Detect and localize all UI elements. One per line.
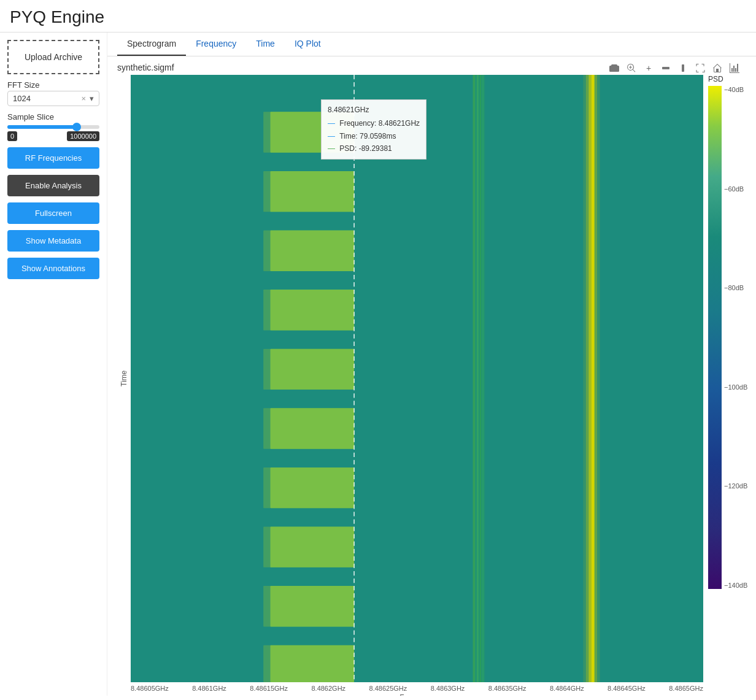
zoom-x-icon[interactable] [659,61,673,75]
app-title: PYQ Engine [10,7,104,26]
expand-icon[interactable] [693,61,707,75]
colorbar-tick-100: −100dB [724,383,747,391]
show-annotations-button[interactable]: Show Annotations [7,258,99,279]
chart-with-colorbar: 0s 500ms 1s 1.5s 2s 8.48621GHz — Frequen… [131,75,746,682]
tabs-bar: Spectrogram Frequency Time IQ Plot [107,33,756,56]
fft-select-value: 1024 [13,94,81,103]
tab-frequency[interactable]: Frequency [186,33,246,56]
colorbar-tick-60: −60dB [724,185,747,193]
svg-rect-23 [263,645,354,682]
chart-inner: 0s 500ms 1s 1.5s 2s 8.48621GHz — Frequen… [131,75,703,682]
chart-toolbar: + [608,61,741,75]
svg-rect-19 [263,408,354,448]
svg-rect-20 [263,467,354,508]
fullscreen-button[interactable]: Fullscreen [7,202,99,224]
x-tick-9: 8.4865GHz [669,685,703,692]
x-axis-label: Frequency [131,693,703,696]
colorbar-label: PSD [708,75,723,83]
tab-time[interactable]: Time [246,33,285,56]
x-tick-5: 8.4863GHz [431,685,465,692]
x-tick-3: 8.4862GHz [311,685,345,692]
show-metadata-button[interactable]: Show Metadata [7,230,99,252]
svg-rect-22 [263,586,354,626]
colorbar-tick-40: −40dB [724,86,747,93]
svg-rect-31 [583,75,600,682]
svg-rect-14 [263,112,354,152]
svg-rect-18 [263,349,354,390]
spectrogram-container: Time [117,75,746,682]
fft-dropdown-icon[interactable]: ▾ [90,94,94,103]
tab-iq-plot[interactable]: IQ Plot [285,33,331,56]
rf-frequencies-button[interactable]: RF Frequencies [7,147,99,169]
slider-fill [7,125,77,129]
svg-rect-16 [263,231,354,271]
app-header: PYQ Engine [0,0,756,33]
fft-size-section: FFT Size 1024 × ▾ [7,80,99,106]
colorbar-tick-80: −80dB [724,284,747,291]
colorbar-tick-120: −120dB [724,482,747,490]
x-tick-1: 8.4861GHz [192,685,226,692]
colorbar-tick-140: −140dB [724,582,747,589]
sample-slice-slider[interactable] [7,125,99,129]
x-tick-6: 8.48635GHz [488,685,526,692]
zoom-y-icon[interactable] [676,61,690,75]
main-panel: Spectrogram Frequency Time IQ Plot + [107,33,756,696]
slider-thumb[interactable] [72,123,81,131]
enable-analysis-button[interactable]: Enable Analysis [7,175,99,196]
upload-archive-button[interactable]: Upload Archive [7,40,99,74]
fft-size-label: FFT Size [7,80,99,90]
zoom-in-icon[interactable] [625,61,638,75]
svg-rect-17 [263,290,354,330]
svg-rect-21 [263,526,354,567]
svg-rect-32 [474,75,485,682]
x-tick-2: 8.48615GHz [250,685,288,692]
slice-min-value: 0 [7,131,17,141]
svg-rect-15 [263,171,354,212]
x-tick-0: 8.48605GHz [131,685,169,692]
sidebar: Upload Archive FFT Size 1024 × ▾ Sample … [0,33,107,696]
x-tick-7: 8.4864GHz [550,685,584,692]
chart-area: + synthetic.sigmf [107,56,756,696]
svg-rect-0 [662,67,669,69]
home-icon[interactable] [711,61,724,75]
slice-values: 0 1000000 [7,131,99,141]
x-tick-8: 8.48645GHz [608,685,646,692]
colorbar-area: PSD −40dB −60dB −80dB −100dB −120dB −140… [703,75,746,682]
fft-clear-icon[interactable]: × [81,94,86,103]
fft-size-select[interactable]: 1024 × ▾ [7,91,99,106]
spectrogram-svg[interactable]: 0s 500ms 1s 1.5s 2s [131,75,703,682]
y-axis-label: Time [117,75,131,682]
slice-max-value: 1000000 [67,131,99,141]
svg-rect-1 [682,64,684,72]
x-axis-ticks: 8.48605GHz 8.4861GHz 8.48615GHz 8.4862GH… [131,685,703,692]
sample-slice-label: Sample Slice [7,112,99,121]
x-tick-4: 8.48625GHz [369,685,407,692]
camera-icon[interactable] [608,61,621,75]
app-body: Upload Archive FFT Size 1024 × ▾ Sample … [0,33,756,696]
bar-chart-icon[interactable] [728,61,741,75]
tab-spectrogram[interactable]: Spectrogram [117,33,186,56]
svg-rect-3 [131,75,703,682]
plus-icon[interactable]: + [642,61,655,75]
colorbar-gradient [708,86,722,589]
sample-slice-section: Sample Slice 0 1000000 [7,112,99,141]
